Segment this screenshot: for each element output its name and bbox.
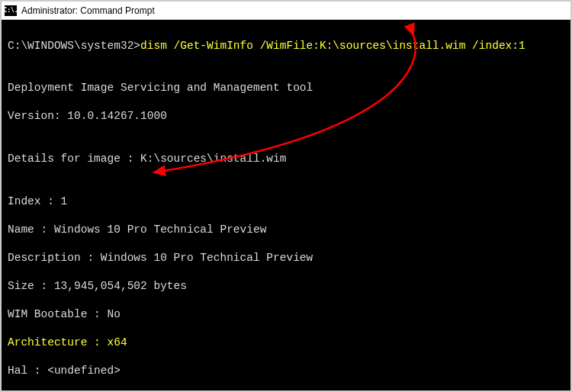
titlebar[interactable]: C:\. Administrator: Command Prompt xyxy=(2,2,570,20)
architecture-line: Architecture : x64 xyxy=(8,336,564,350)
command-text: dism /Get-WimInfo /WimFile:K:\sources\in… xyxy=(140,40,525,52)
command-line-1: C:\WINDOWS\system32>dism /Get-WimInfo /W… xyxy=(8,39,564,53)
cmd-icon: C:\. xyxy=(5,5,17,16)
output-line: Index : 1 xyxy=(8,194,564,209)
command-prompt-window: C:\. Administrator: Command Prompt C:\WI… xyxy=(0,0,572,392)
output-line: Hal : <undefined> xyxy=(8,364,564,378)
terminal-area[interactable]: C:\WINDOWS\system32>dism /Get-WimInfo /W… xyxy=(2,20,570,390)
output-line: WIM Bootable : No xyxy=(8,307,564,322)
prompt-text: C:\WINDOWS\system32> xyxy=(8,40,140,52)
output-line: Name : Windows 10 Pro Technical Preview xyxy=(8,223,564,237)
output-line: Size : 13,945,054,502 bytes xyxy=(8,279,564,294)
window-title: Administrator: Command Prompt xyxy=(21,5,155,16)
output-line: Details for image : K:\sources\install.w… xyxy=(8,152,564,166)
output-line: Deployment Image Servicing and Managemen… xyxy=(8,81,564,95)
output-line: Version: 10.0.14267.1000 xyxy=(8,109,564,124)
output-line: Description : Windows 10 Pro Technical P… xyxy=(8,251,564,265)
